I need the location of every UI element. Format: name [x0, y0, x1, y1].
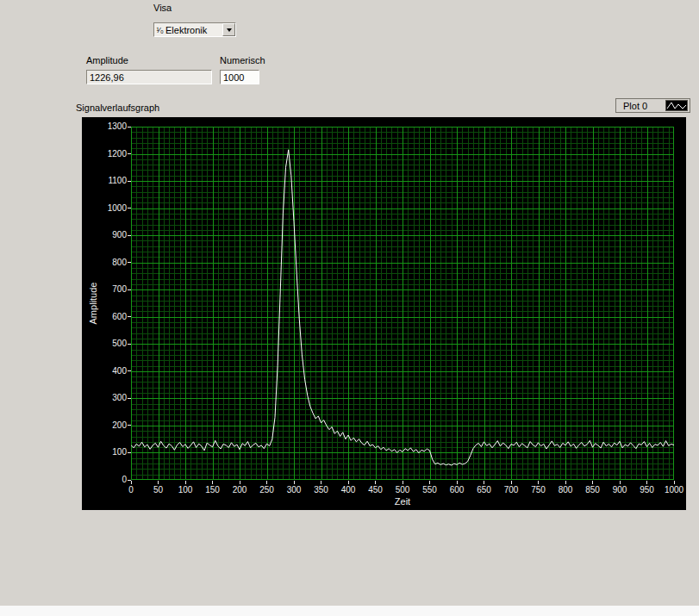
- x-tick-mark: [620, 481, 621, 484]
- x-tick-mark: [348, 481, 349, 484]
- x-tick-label: 600: [440, 485, 474, 495]
- x-tick-label: 100: [168, 485, 203, 495]
- x-tick-mark: [429, 481, 430, 484]
- visa-label: Visa: [153, 3, 172, 13]
- plot-area: [131, 127, 674, 480]
- x-tick-mark: [646, 481, 647, 484]
- x-tick-label: 650: [467, 485, 502, 495]
- x-tick-label: 550: [413, 485, 447, 495]
- numerisch-input[interactable]: 1000: [220, 70, 259, 84]
- x-tick-mark: [565, 481, 566, 484]
- plot0-waveform-icon: [665, 100, 688, 111]
- x-tick-mark: [240, 481, 240, 484]
- x-tick-label: 0: [114, 485, 148, 495]
- y-axis-label: Amplitude: [88, 127, 100, 480]
- x-tick-label: 300: [277, 485, 311, 495]
- chevron-down-icon: [227, 28, 232, 32]
- visa-resource-dropdown[interactable]: ¹⁄₀ Elektronik: [153, 22, 236, 37]
- x-tick-mark: [484, 481, 484, 484]
- x-tick-label: 50: [141, 485, 176, 495]
- amplitude-label: Amplitude: [86, 55, 128, 65]
- x-tick-label: 450: [359, 485, 393, 495]
- x-tick-mark: [321, 481, 321, 484]
- graph-title: Signalverlaufsgraph: [76, 103, 159, 113]
- x-tick-mark: [592, 481, 593, 484]
- x-tick-label: 250: [250, 485, 284, 495]
- visa-io-icon: ¹⁄₀: [154, 26, 165, 34]
- numerisch-label: Numerisch: [220, 55, 265, 65]
- x-tick-mark: [511, 481, 512, 484]
- x-tick-mark: [266, 481, 267, 484]
- visa-dropdown-button[interactable]: [222, 23, 235, 36]
- x-tick-mark: [294, 481, 295, 484]
- x-tick-label: 150: [196, 485, 230, 495]
- x-tick-label: 800: [548, 485, 583, 495]
- x-tick-mark: [212, 481, 213, 484]
- x-tick-mark: [403, 481, 403, 484]
- x-tick-label: 700: [494, 485, 528, 495]
- x-tick-label: 400: [331, 485, 365, 495]
- x-tick-label: 1000: [657, 485, 691, 495]
- labview-front-panel: Visa ¹⁄₀ Elektronik Amplitude 1226,96 Nu…: [0, 0, 699, 616]
- x-tick-mark: [131, 481, 132, 484]
- x-tick-mark: [674, 481, 675, 484]
- window-bottom-edge: [0, 606, 699, 616]
- x-tick-label: 350: [304, 485, 339, 495]
- x-axis-label: Zeit: [131, 496, 674, 507]
- x-tick-mark: [375, 481, 376, 484]
- x-tick-label: 500: [385, 485, 420, 495]
- x-tick-mark: [538, 481, 539, 484]
- x-tick-label: 200: [222, 485, 257, 495]
- x-tick-mark: [185, 481, 186, 484]
- amplitude-indicator: 1226,96: [86, 70, 212, 84]
- x-tick-label: 950: [630, 485, 665, 495]
- visa-selected-value: Elektronik: [165, 25, 222, 35]
- plot-legend[interactable]: Plot 0: [615, 98, 690, 113]
- x-tick-mark: [457, 481, 458, 484]
- x-tick-label: 750: [521, 485, 556, 495]
- x-tick-mark: [158, 481, 159, 484]
- x-tick-label: 900: [602, 485, 637, 495]
- x-tick-label: 850: [576, 485, 610, 495]
- waveform-graph: Amplitude 010020030040050060070080090010…: [82, 117, 686, 510]
- plot-legend-label: Plot 0: [623, 101, 647, 111]
